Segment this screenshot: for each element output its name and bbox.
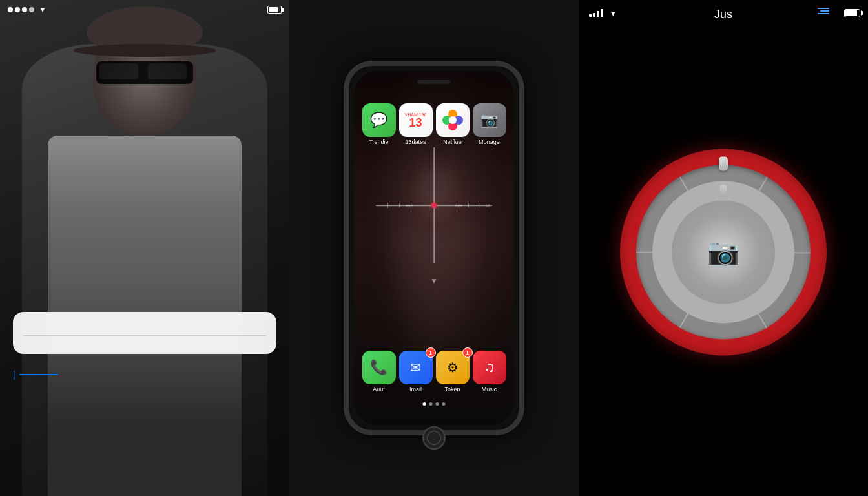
status-bar-left: ▾ xyxy=(0,0,289,19)
eq-bar-1 xyxy=(818,8,829,9)
app-mail-icon[interactable]: ✉ 1 xyxy=(399,351,433,384)
token-symbol-icon: ⚙ xyxy=(447,360,459,375)
eq-bars-icon xyxy=(818,8,829,14)
mic-icon: | xyxy=(13,369,16,380)
calendar-day: 13 xyxy=(409,117,422,129)
signal-bars xyxy=(589,9,603,17)
app-calendar-label: 13dates xyxy=(405,139,426,145)
dialog-box xyxy=(13,312,276,354)
app-mail-label: Imail xyxy=(409,386,422,393)
app-calendar-icon[interactable]: VHam 196 13 xyxy=(399,103,433,137)
eq-bar-2 xyxy=(820,10,829,12)
center-camera-icon: 📷 xyxy=(707,237,739,267)
app-photos-label: Netflue xyxy=(443,139,462,145)
eq-bar-3 xyxy=(818,13,829,14)
status-icons-right xyxy=(840,9,860,17)
app-camera-label: Monage xyxy=(479,139,500,145)
signal-bar-3 xyxy=(597,11,599,17)
signal-bar-4 xyxy=(601,9,603,17)
eq-icon-container[interactable] xyxy=(818,8,829,14)
phone-handset-icon: 📞 xyxy=(370,359,388,376)
camera-lens-icon: 📷 xyxy=(480,112,498,129)
arrow-right-indicator xyxy=(455,205,462,206)
page-dot-2 xyxy=(429,402,433,406)
signal-dot-1 xyxy=(8,7,13,12)
app-camera-container[interactable]: 📷 Monage xyxy=(473,103,506,145)
left-panel: ▾ | xyxy=(0,0,289,496)
app-photos-container[interactable]: Netflue xyxy=(436,103,470,145)
signal-dot-4 xyxy=(29,7,34,12)
right-panel: ▾ Jus xyxy=(579,0,868,496)
scope-marker-m: M xyxy=(486,203,490,209)
battery-indicator-left xyxy=(267,6,282,14)
app-token-icon[interactable]: ⚙ 1 xyxy=(436,351,470,384)
mic-line: | xyxy=(13,369,58,380)
signal-bar-2 xyxy=(593,13,595,17)
messages-bubble-icon: 💬 xyxy=(370,112,388,129)
app-music-icon[interactable]: ♫ xyxy=(473,351,506,384)
crosshair-center-dot xyxy=(431,203,437,208)
phone-screen: 💬 Trendie VHam 196 13 13dates xyxy=(354,71,514,425)
control-knob-top[interactable] xyxy=(719,156,728,170)
app-token-label: Token xyxy=(444,386,460,393)
dialog-message xyxy=(23,325,266,336)
control-knob-inner xyxy=(720,185,727,196)
photos-flower xyxy=(442,110,463,130)
app-music-container[interactable]: ♫ Music xyxy=(473,351,506,393)
app-calendar-container[interactable]: VHam 196 13 13dates xyxy=(399,103,433,145)
audio-waveform xyxy=(19,374,58,375)
battery-fill-left xyxy=(269,7,278,12)
page-dot-4 xyxy=(442,402,446,406)
tick-right-1 xyxy=(480,203,480,208)
page-dot-1 xyxy=(423,402,426,406)
wifi-icon-right: ▾ xyxy=(611,8,615,18)
signal-bar-1 xyxy=(589,14,592,17)
tick-left-1 xyxy=(388,203,388,208)
phone-speaker xyxy=(418,80,450,84)
app-phone-icon[interactable]: 📞 xyxy=(362,351,396,384)
signal-dot-2 xyxy=(15,7,20,12)
circular-control[interactable]: 📷 xyxy=(620,149,827,355)
app-token-container[interactable]: ⚙ 1 Token xyxy=(436,351,470,393)
dialog-gegen-button[interactable] xyxy=(23,336,266,354)
app-messages-icon[interactable]: 💬 xyxy=(362,103,396,137)
page-dot-3 xyxy=(436,402,439,406)
phone-device: 💬 Trendie VHam 196 13 13dates xyxy=(344,61,524,435)
signal-dots xyxy=(8,7,34,12)
mail-envelope-icon: ✉ xyxy=(410,360,421,375)
crosshair-overlay: M xyxy=(376,173,492,238)
top-apps-row: 💬 Trendie VHam 196 13 13dates xyxy=(354,103,514,145)
arrow-left-indicator xyxy=(406,205,413,206)
battery-icon-left xyxy=(267,6,282,14)
mail-badge: 1 xyxy=(426,347,436,358)
wifi-icon: ▾ xyxy=(41,5,45,14)
tick-right-2 xyxy=(468,203,469,207)
app-phone-container[interactable]: 📞 Auuf xyxy=(362,351,396,393)
music-note-icon: ♫ xyxy=(484,359,495,376)
scope-arrow-down: ▼ xyxy=(430,276,438,285)
center-circle[interactable]: 📷 xyxy=(672,200,775,304)
app-camera-icon[interactable]: 📷 xyxy=(473,103,506,137)
dock-apps-row: 📞 Auuf ✉ 1 Imail ⚙ 1 Token xyxy=(354,351,514,393)
page-indicator xyxy=(423,402,446,406)
signal-dot-3 xyxy=(22,7,27,12)
app-messages-label: Trendie xyxy=(369,139,388,145)
middle-panel: 💬 Trendie VHam 196 13 13dates xyxy=(289,0,579,496)
battery-icon-right xyxy=(844,9,860,17)
app-mail-container[interactable]: ✉ 1 Imail xyxy=(399,351,433,393)
app-photos-icon[interactable] xyxy=(436,103,470,137)
phone-home-button[interactable] xyxy=(422,426,446,450)
person-sunglasses xyxy=(96,61,193,84)
app-music-label: Music xyxy=(482,386,497,393)
app-messages-container[interactable]: 💬 Trendie xyxy=(362,103,396,145)
tick-left-2 xyxy=(399,203,400,207)
battery-fill-right xyxy=(845,10,857,16)
app-phone-label: Auuf xyxy=(373,386,385,393)
token-badge: 1 xyxy=(462,347,473,358)
